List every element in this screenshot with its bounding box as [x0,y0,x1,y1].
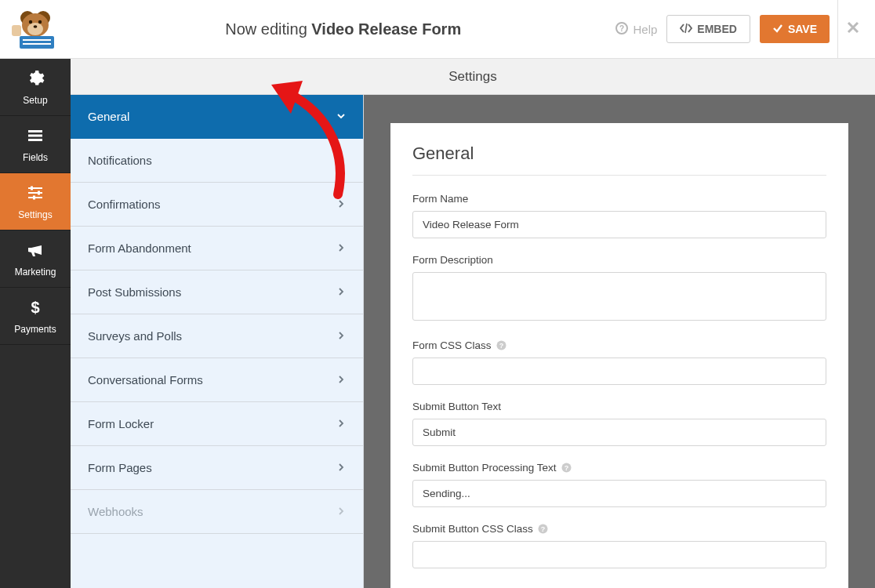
app-logo [0,0,71,59]
settings-item-label: Form Locker [88,417,154,430]
submit-button-processing-input[interactable] [412,480,826,507]
form-css-class-group: Form CSS Class ? [412,339,826,385]
settings-item-label: Notifications [88,154,152,167]
content-header: Settings [71,59,875,95]
submit-button-text-input[interactable] [412,419,826,446]
help-link[interactable]: ? Help [615,22,657,37]
page-title: Now editing Video Release Form [71,20,615,38]
settings-item-form-locker[interactable]: Form Locker [71,402,363,446]
check-icon [772,23,783,36]
svg-rect-21 [38,191,40,194]
nav-setup[interactable]: Setup [0,59,71,116]
embed-button[interactable]: EMBED [666,15,750,43]
svg-text:?: ? [499,342,504,350]
close-icon [846,20,860,38]
nav-marketing[interactable]: Marketing [0,230,71,288]
top-bar: Now editing Video Release Form ? Help EM… [0,0,875,59]
nav-fields[interactable]: Fields [0,116,71,173]
settings-item-general[interactable]: General [71,95,363,139]
dollar-icon: $ [26,298,45,319]
embed-label: EMBED [697,23,737,35]
submit-button-text-label: Submit Button Text [412,401,826,412]
code-icon [680,23,692,36]
chevron-right-icon [336,285,346,299]
content-area: Settings General Notifications Confirmat… [71,59,875,588]
panel-wrap: General Form Name Form Description Form … [364,95,875,588]
help-icon[interactable]: ? [561,463,572,474]
help-icon: ? [615,22,628,37]
content-body: General Notifications Confirmations Form… [71,95,875,588]
settings-item-conversational-forms[interactable]: Conversational Forms [71,358,363,402]
svg-point-4 [29,20,32,23]
settings-item-post-submissions[interactable]: Post Submissions [71,270,363,314]
help-icon[interactable]: ? [496,340,507,351]
submit-button-css-class-input[interactable] [412,541,826,568]
nav-label: Fields [23,152,48,163]
svg-rect-16 [28,139,42,141]
svg-line-13 [685,24,687,33]
chevron-right-icon [336,417,346,430]
settings-item-label: Confirmations [88,198,161,211]
settings-item-label: Post Submissions [88,285,181,299]
svg-text:$: $ [31,299,39,316]
save-button[interactable]: SAVE [760,15,830,43]
chevron-right-icon [336,505,346,518]
svg-rect-15 [28,134,42,136]
form-name-label: Form Name [412,193,826,205]
chevron-down-icon [336,110,346,123]
nav-label: Settings [18,209,52,220]
svg-point-6 [34,25,38,27]
general-panel: General Form Name Form Description Form … [390,123,848,588]
chevron-right-icon [336,241,346,255]
svg-text:?: ? [565,464,569,472]
settings-item-webhooks[interactable]: Webhooks [71,490,363,534]
form-name-input[interactable] [412,211,826,238]
svg-rect-18 [28,192,42,194]
editing-prefix: Now editing [225,20,311,38]
help-icon[interactable]: ? [538,524,549,535]
nav-label: Marketing [15,267,56,278]
svg-rect-22 [33,195,35,199]
chevron-right-icon [336,154,346,167]
close-button[interactable] [837,0,867,59]
form-title: Video Release Form [311,20,461,38]
save-label: SAVE [788,23,817,35]
settings-item-form-pages[interactable]: Form Pages [71,446,363,490]
nav-label: Setup [23,95,47,106]
chevron-right-icon [336,373,346,387]
settings-item-label: General [88,110,129,123]
nav-payments[interactable]: $ Payments [0,288,71,345]
svg-rect-17 [28,187,42,189]
form-name-group: Form Name [412,193,826,238]
bullhorn-icon [26,241,45,262]
submit-button-processing-label: Submit Button Processing Text [412,462,557,474]
top-actions: ? Help EMBED SAVE [615,15,830,43]
svg-rect-9 [23,43,51,45]
chevron-right-icon [336,329,346,343]
submit-button-css-class-label: Submit Button CSS Class [412,523,533,535]
svg-rect-8 [23,39,51,41]
main-area: Setup Fields Settings Marketing $ Paymen… [0,59,875,588]
svg-point-5 [38,20,42,23]
settings-item-surveys-polls[interactable]: Surveys and Polls [71,314,363,358]
svg-text:?: ? [619,24,624,33]
form-css-class-input[interactable] [412,358,826,385]
settings-item-notifications[interactable]: Notifications [71,139,363,183]
nav-settings[interactable]: Settings [0,173,71,230]
sliders-icon [26,183,45,205]
svg-rect-10 [12,25,21,36]
submit-button-processing-group: Submit Button Processing Text ? [412,462,826,507]
chevron-right-icon [336,198,346,211]
gear-icon [26,69,45,90]
settings-item-form-abandonment[interactable]: Form Abandonment [71,227,363,270]
svg-rect-14 [28,130,42,132]
chevron-right-icon [336,461,346,474]
svg-rect-20 [31,186,33,190]
left-nav: Setup Fields Settings Marketing $ Paymen… [0,59,71,588]
form-description-input[interactable] [412,272,826,321]
settings-item-confirmations[interactable]: Confirmations [71,183,363,227]
submit-button-css-class-group: Submit Button CSS Class ? [412,523,826,568]
svg-text:?: ? [541,525,546,533]
svg-point-3 [27,23,43,35]
settings-item-label: Webhooks [88,505,143,518]
